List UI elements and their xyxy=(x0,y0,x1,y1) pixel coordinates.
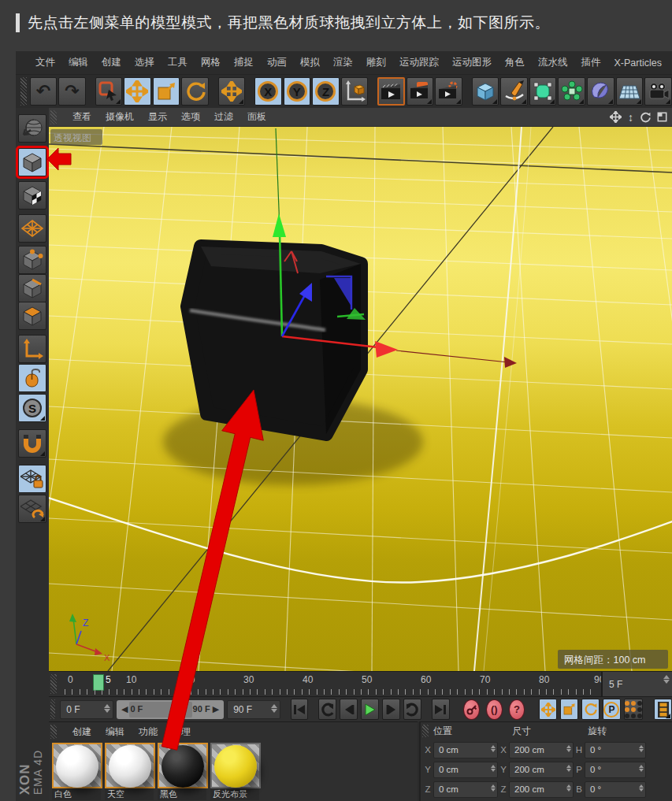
material-sky-name[interactable]: 天空 xyxy=(105,788,154,800)
current-frame-marker[interactable] xyxy=(93,674,104,691)
material-white[interactable]: 白色 xyxy=(52,743,102,800)
material-menu-function[interactable]: 功能 xyxy=(139,725,158,739)
material-grip[interactable] xyxy=(50,725,57,739)
make-editable-button[interactable] xyxy=(18,114,46,143)
next-frame-button[interactable] xyxy=(382,699,400,720)
material-backdrop-name[interactable]: 反光布景 xyxy=(210,788,259,800)
record-keyframe-button[interactable] xyxy=(463,699,480,720)
material-sky[interactable]: 天空 xyxy=(105,743,155,800)
menu-item-edit[interactable]: 编辑 xyxy=(69,56,88,69)
pos-y-field[interactable]: 0 cm xyxy=(433,762,498,778)
help-button[interactable]: ? xyxy=(509,699,525,720)
material-white-thumbnail[interactable] xyxy=(52,743,102,788)
add-subdivision-surface-button[interactable] xyxy=(529,77,557,106)
menu-item-sculpt[interactable]: 雕刻 xyxy=(366,56,386,69)
menu-item-character[interactable]: 角色 xyxy=(505,56,525,69)
menu-item-file[interactable]: 文件 xyxy=(35,56,55,69)
transport-grip[interactable] xyxy=(50,699,55,719)
viewport-menu-display[interactable]: 显示 xyxy=(148,110,167,124)
polygons-mode-button[interactable] xyxy=(18,302,46,330)
menu-item-pipeline[interactable]: 流水线 xyxy=(538,56,568,69)
menu-item-mesh[interactable]: 网格 xyxy=(201,56,221,69)
axis-mode-button[interactable] xyxy=(18,335,46,363)
viewport-zoom-camera-icon[interactable]: ↕ xyxy=(628,111,633,124)
menu-item-snap[interactable]: 捕捉 xyxy=(234,56,254,69)
coordinates-grip[interactable] xyxy=(422,725,429,737)
model-mode-button[interactable] xyxy=(18,148,46,176)
lock-workplane-button[interactable] xyxy=(18,465,46,493)
material-black[interactable]: 黑色 xyxy=(158,743,208,800)
material-menu-create[interactable]: 创建 xyxy=(72,725,91,739)
rotate-workplane-button[interactable] xyxy=(18,495,46,523)
current-frame-stepper[interactable] xyxy=(663,675,670,684)
menu-item-motion-tracker[interactable]: 运动跟踪 xyxy=(399,56,439,69)
goto-end-button[interactable] xyxy=(432,699,450,720)
edges-mode-button[interactable] xyxy=(18,274,46,302)
coordinate-system-button[interactable] xyxy=(341,77,369,106)
snap-button[interactable] xyxy=(18,429,46,458)
viewport-menu-filter[interactable]: 过滤 xyxy=(214,110,233,124)
key-position-toggle[interactable] xyxy=(539,699,557,720)
material-sky-thumbnail[interactable] xyxy=(105,743,155,788)
live-selection-button[interactable] xyxy=(95,77,123,106)
play-forwards-button[interactable] xyxy=(403,699,421,720)
size-y-field[interactable]: 200 cm xyxy=(509,762,574,778)
menu-item-render[interactable]: 渲染 xyxy=(333,56,353,69)
menu-item-x-particles[interactable]: X-Particles xyxy=(614,57,662,69)
toolbar-grip[interactable] xyxy=(20,77,27,106)
material-white-name[interactable]: 白色 xyxy=(52,788,101,800)
z-axis-lock-button[interactable]: Z xyxy=(312,77,340,106)
viewport-grip[interactable] xyxy=(50,110,57,124)
material-backdrop[interactable]: 反光布景 xyxy=(210,743,261,800)
workplane-mode-button[interactable] xyxy=(18,214,46,243)
menu-item-tools[interactable]: 工具 xyxy=(168,56,187,69)
goto-start-button[interactable] xyxy=(291,699,309,720)
timeline-track[interactable]: 0 5 10 20 30 40 50 60 70 80 90 xyxy=(58,672,601,696)
start-frame-field[interactable]: 0 F xyxy=(60,700,113,719)
menu-item-mograph[interactable]: 运动图形 xyxy=(452,56,492,69)
size-z-field[interactable]: 200 cm xyxy=(509,781,574,798)
y-axis-lock-button[interactable]: Y xyxy=(284,77,311,106)
viewport-toggle-layout-icon[interactable] xyxy=(657,112,667,122)
soft-selection-button[interactable]: S xyxy=(18,394,46,422)
material-black-thumbnail[interactable] xyxy=(158,743,208,788)
start-frame-stepper[interactable] xyxy=(104,704,110,713)
redo-button[interactable]: ↷ xyxy=(58,77,86,106)
menu-item-simulate[interactable]: 模拟 xyxy=(300,56,320,69)
viewport-rotate-camera-icon[interactable] xyxy=(640,112,651,123)
material-black-name[interactable]: 黑色 xyxy=(158,788,206,800)
key-rotation-toggle[interactable] xyxy=(581,699,600,720)
add-environment-button[interactable] xyxy=(587,77,614,106)
menu-item-create[interactable]: 创建 xyxy=(102,56,121,69)
viewport-menu-panel[interactable]: 面板 xyxy=(247,110,266,124)
scale-tool-button[interactable] xyxy=(153,77,180,106)
add-camera-button[interactable] xyxy=(644,77,672,106)
x-axis-lock-button[interactable]: X xyxy=(254,77,282,106)
frame-range-slider[interactable]: ◀ 0 F 90 F ▶ xyxy=(117,700,224,719)
material-menu-edit[interactable]: 编辑 xyxy=(106,725,124,739)
current-frame-field[interactable]: 5 F xyxy=(601,672,672,696)
render-settings-button[interactable] xyxy=(435,77,462,106)
key-pla-toggle[interactable]: P xyxy=(603,699,621,720)
black-cube[interactable] xyxy=(187,247,361,434)
size-x-field[interactable]: 200 cm xyxy=(509,742,574,758)
rot-b-field[interactable]: 0 ° xyxy=(585,781,646,798)
render-picture-viewer-button[interactable] xyxy=(407,77,434,106)
material-backdrop-thumbnail[interactable] xyxy=(210,743,261,788)
viewport-menu-view[interactable]: 查看 xyxy=(72,110,91,124)
undo-button[interactable]: ↶ xyxy=(30,77,58,106)
rot-p-field[interactable]: 0 ° xyxy=(585,762,646,778)
add-cube-button[interactable] xyxy=(472,77,499,106)
move-tool-button[interactable] xyxy=(124,77,151,106)
material-menu-texture[interactable]: 纹理 xyxy=(172,725,191,739)
menu-item-select[interactable]: 选择 xyxy=(135,56,154,69)
key-scale-toggle[interactable] xyxy=(560,699,578,720)
add-floor-button[interactable] xyxy=(616,77,644,106)
texture-mode-button[interactable] xyxy=(18,181,46,210)
points-mode-button[interactable] xyxy=(18,246,46,274)
rot-h-field[interactable]: 0 ° xyxy=(585,742,646,758)
last-tool-button[interactable] xyxy=(218,77,246,106)
rotate-tool-button[interactable] xyxy=(181,77,209,106)
pos-z-field[interactable]: 0 cm xyxy=(433,781,498,798)
viewport-solo-button[interactable] xyxy=(18,364,46,392)
